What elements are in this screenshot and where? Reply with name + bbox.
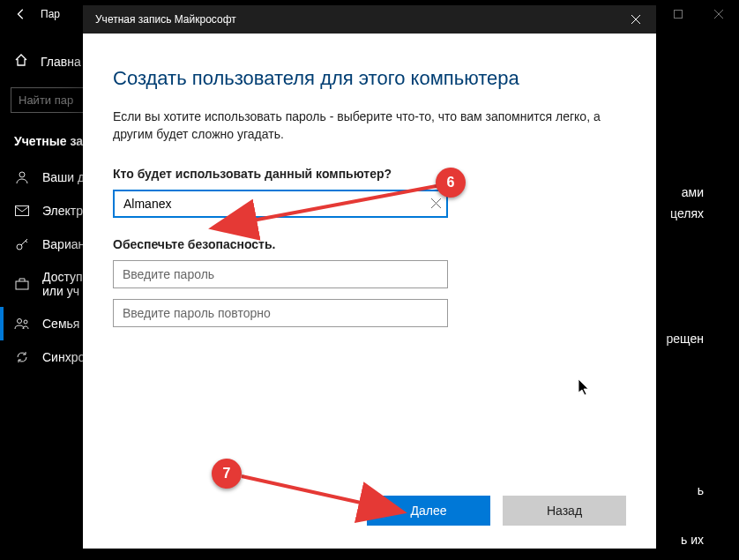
sidebar-item-label: Ваши д [42, 170, 85, 184]
dialog-title: Учетная запись Майкрософт [95, 13, 236, 26]
svg-rect-1 [675, 11, 683, 19]
person-icon [14, 169, 30, 185]
username-label: Кто будет использовать данный компьютер? [113, 167, 626, 181]
people-icon [14, 316, 30, 332]
annotation-badge-7: 7 [212, 459, 242, 489]
svg-point-6 [18, 319, 22, 324]
dialog-close-button[interactable] [616, 5, 656, 34]
sidebar-item-label: Доступ или уч [42, 270, 83, 298]
create-user-dialog: Учетная запись Майкрософт Создать пользо… [83, 5, 656, 549]
sidebar-home-label: Главна [41, 55, 81, 69]
next-button[interactable]: Далее [367, 496, 490, 526]
close-icon[interactable] [698, 0, 739, 28]
sync-icon [14, 349, 30, 365]
briefcase-icon [14, 276, 30, 292]
security-label: Обеспечьте безопасность. [113, 237, 626, 251]
password-input[interactable] [113, 260, 448, 288]
svg-point-7 [24, 320, 27, 324]
mouse-cursor-icon [579, 379, 591, 397]
sidebar-item-label: Электр [42, 204, 83, 218]
dialog-button-row: Далее Назад [83, 496, 656, 549]
password-confirm-input[interactable] [113, 299, 448, 327]
clear-input-icon[interactable] [431, 197, 441, 211]
svg-rect-3 [16, 206, 29, 216]
dialog-titlebar: Учетная запись Майкрософт [83, 5, 656, 34]
maximize-icon[interactable] [658, 0, 698, 28]
dialog-body: Создать пользователя для этого компьютер… [83, 34, 656, 496]
back-button[interactable]: Назад [503, 496, 626, 526]
svg-rect-5 [16, 281, 28, 289]
bg-window-title: Пар [41, 8, 60, 20]
dialog-description: Если вы хотите использовать пароль - выб… [113, 108, 626, 144]
key-icon [14, 236, 30, 252]
sidebar-item-label: Семья [42, 317, 79, 331]
home-icon [14, 53, 28, 70]
sidebar-item-label: Синхро [42, 350, 85, 364]
username-input[interactable] [113, 190, 448, 218]
dialog-heading: Создать пользователя для этого компьютер… [113, 67, 626, 90]
mail-icon [14, 203, 30, 219]
annotation-badge-6: 6 [436, 168, 466, 198]
svg-point-2 [19, 172, 25, 177]
sidebar-item-label: Вариан [42, 237, 85, 251]
back-arrow-icon[interactable] [9, 2, 34, 26]
